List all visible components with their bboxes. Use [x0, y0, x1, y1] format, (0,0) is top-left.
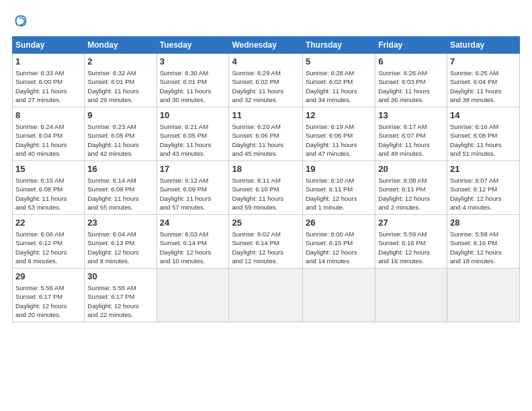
- day-info-line: Sunset: 6:02 PM: [306, 77, 372, 86]
- day-info-line: Sunset: 6:05 PM: [160, 131, 226, 140]
- day-info-line: and 6 minutes.: [15, 257, 81, 265]
- day-info-line: Sunset: 6:06 PM: [232, 131, 299, 140]
- logo-icon: [13, 13, 28, 28]
- day-info-line: Daylight: 11 hours: [160, 140, 226, 149]
- day-info-line: Sunset: 6:00 PM: [15, 77, 81, 86]
- day-cell: 29Sunrise: 5:56 AMSunset: 6:17 PMDayligh…: [13, 269, 85, 322]
- day-info-line: Daylight: 11 hours: [232, 194, 299, 203]
- day-info-line: Sunrise: 6:17 AM: [378, 122, 444, 131]
- day-info-line: Sunrise: 6:10 AM: [306, 176, 372, 185]
- day-number: 4: [232, 56, 299, 68]
- day-info-line: Sunrise: 6:14 AM: [87, 176, 153, 185]
- day-info-line: Sunset: 6:16 PM: [378, 238, 444, 247]
- day-info-line: Sunset: 6:08 PM: [450, 131, 517, 140]
- day-info-line: and 14 minutes.: [306, 257, 372, 265]
- day-number: 29: [15, 271, 81, 283]
- day-info-line: Daylight: 12 hours: [306, 248, 372, 257]
- day-number: 22: [15, 217, 81, 229]
- day-cell: [157, 269, 229, 322]
- day-info-line: Sunrise: 6:29 AM: [232, 68, 299, 77]
- day-cell: 15Sunrise: 6:15 AMSunset: 6:08 PMDayligh…: [13, 161, 85, 215]
- day-cell: 20Sunrise: 6:08 AMSunset: 6:11 PMDayligh…: [375, 161, 447, 215]
- day-cell: 5Sunrise: 6:28 AMSunset: 6:02 PMDaylight…: [302, 54, 375, 107]
- day-cell: 13Sunrise: 6:17 AMSunset: 6:07 PMDayligh…: [375, 107, 447, 161]
- day-info-line: Sunset: 6:12 PM: [15, 238, 81, 247]
- day-info-line: Sunset: 6:17 PM: [87, 292, 153, 301]
- day-info-line: Sunrise: 6:04 AM: [87, 230, 153, 238]
- day-cell: 7Sunrise: 6:25 AMSunset: 6:04 PMDaylight…: [447, 54, 519, 107]
- day-info-line: Sunset: 6:02 PM: [232, 77, 299, 86]
- header: [12, 11, 520, 31]
- day-info-line: Daylight: 12 hours: [87, 302, 153, 310]
- day-info-line: Daylight: 11 hours: [378, 87, 444, 95]
- day-number: 27: [378, 217, 444, 229]
- day-info-line: Sunrise: 5:56 AM: [15, 283, 81, 292]
- day-number: 6: [378, 56, 444, 68]
- day-cell: 24Sunrise: 6:03 AMSunset: 6:14 PMDayligh…: [157, 215, 229, 269]
- day-info-line: Daylight: 12 hours: [378, 194, 444, 203]
- day-info-line: Daylight: 11 hours: [232, 87, 299, 95]
- day-info-line: and 53 minutes.: [15, 203, 81, 212]
- day-info-line: Daylight: 11 hours: [87, 140, 153, 149]
- day-info-line: Sunrise: 6:03 AM: [160, 230, 226, 238]
- day-number: 14: [450, 109, 517, 122]
- logo: [12, 13, 30, 31]
- header-cell-tuesday: Tuesday: [157, 37, 229, 54]
- day-info-line: Sunrise: 6:33 AM: [15, 68, 81, 77]
- day-info-line: Daylight: 11 hours: [87, 194, 153, 203]
- day-info-line: Daylight: 12 hours: [160, 248, 226, 257]
- header-cell-monday: Monday: [85, 37, 157, 54]
- week-row-1: 1Sunrise: 6:33 AMSunset: 6:00 PMDaylight…: [13, 54, 520, 107]
- day-cell: 16Sunrise: 6:14 AMSunset: 6:09 PMDayligh…: [85, 161, 157, 215]
- day-info-line: and 47 minutes.: [306, 149, 372, 158]
- day-cell: [302, 269, 375, 322]
- day-info-line: Daylight: 11 hours: [232, 140, 299, 149]
- day-info-line: Sunset: 6:01 PM: [87, 77, 153, 86]
- header-cell-saturday: Saturday: [447, 37, 519, 54]
- day-cell: 27Sunrise: 5:59 AMSunset: 6:16 PMDayligh…: [375, 215, 447, 269]
- day-info-line: Sunset: 6:17 PM: [15, 292, 81, 301]
- day-number: 9: [87, 109, 153, 122]
- header-cell-wednesday: Wednesday: [229, 37, 302, 54]
- day-info-line: and 40 minutes.: [15, 149, 81, 158]
- day-number: 16: [87, 163, 153, 175]
- day-info-line: Sunset: 6:01 PM: [160, 77, 226, 86]
- day-info-line: Daylight: 11 hours: [160, 87, 226, 95]
- day-cell: 22Sunrise: 6:06 AMSunset: 6:12 PMDayligh…: [13, 215, 85, 269]
- day-number: 10: [160, 109, 226, 122]
- day-info-line: Daylight: 11 hours: [306, 140, 372, 149]
- day-info-line: Sunrise: 5:58 AM: [450, 230, 517, 238]
- day-info-line: Daylight: 12 hours: [15, 302, 81, 310]
- day-info-line: Sunset: 6:15 PM: [306, 238, 372, 247]
- day-cell: 17Sunrise: 6:12 AMSunset: 6:09 PMDayligh…: [157, 161, 229, 215]
- day-info-line: Sunset: 6:13 PM: [87, 238, 153, 247]
- day-info-line: Sunrise: 6:24 AM: [15, 122, 81, 131]
- day-info-line: Sunset: 6:04 PM: [15, 131, 81, 140]
- day-info-line: and 30 minutes.: [160, 95, 226, 104]
- day-info-line: Daylight: 11 hours: [15, 140, 81, 149]
- day-info-line: Daylight: 12 hours: [378, 248, 444, 257]
- day-info-line: and 43 minutes.: [160, 149, 226, 158]
- day-info-line: and 29 minutes.: [87, 95, 153, 104]
- page: SundayMondayTuesdayWednesdayThursdayFrid…: [0, 0, 532, 411]
- day-number: 20: [378, 163, 444, 175]
- day-cell: 23Sunrise: 6:04 AMSunset: 6:13 PMDayligh…: [85, 215, 157, 269]
- day-number: 24: [160, 217, 226, 229]
- day-cell: 28Sunrise: 5:58 AMSunset: 6:16 PMDayligh…: [447, 215, 519, 269]
- day-info-line: Sunrise: 5:59 AM: [378, 230, 444, 238]
- calendar-table: SundayMondayTuesdayWednesdayThursdayFrid…: [12, 36, 520, 322]
- day-info-line: Daylight: 12 hours: [450, 194, 517, 203]
- day-cell: 14Sunrise: 6:16 AMSunset: 6:08 PMDayligh…: [447, 107, 519, 161]
- day-number: 11: [232, 109, 299, 122]
- day-info-line: Sunset: 6:04 PM: [450, 77, 517, 86]
- week-row-4: 22Sunrise: 6:06 AMSunset: 6:12 PMDayligh…: [13, 215, 520, 269]
- day-info-line: Sunrise: 6:25 AM: [450, 68, 517, 77]
- day-number: 28: [450, 217, 517, 229]
- day-cell: [229, 269, 302, 322]
- day-info-line: Daylight: 11 hours: [87, 87, 153, 95]
- day-number: 5: [306, 56, 372, 68]
- day-info-line: Daylight: 12 hours: [232, 248, 299, 257]
- day-info-line: and 34 minutes.: [306, 95, 372, 104]
- day-info-line: Sunrise: 6:21 AM: [160, 122, 226, 131]
- day-info-line: Sunset: 6:09 PM: [87, 185, 153, 193]
